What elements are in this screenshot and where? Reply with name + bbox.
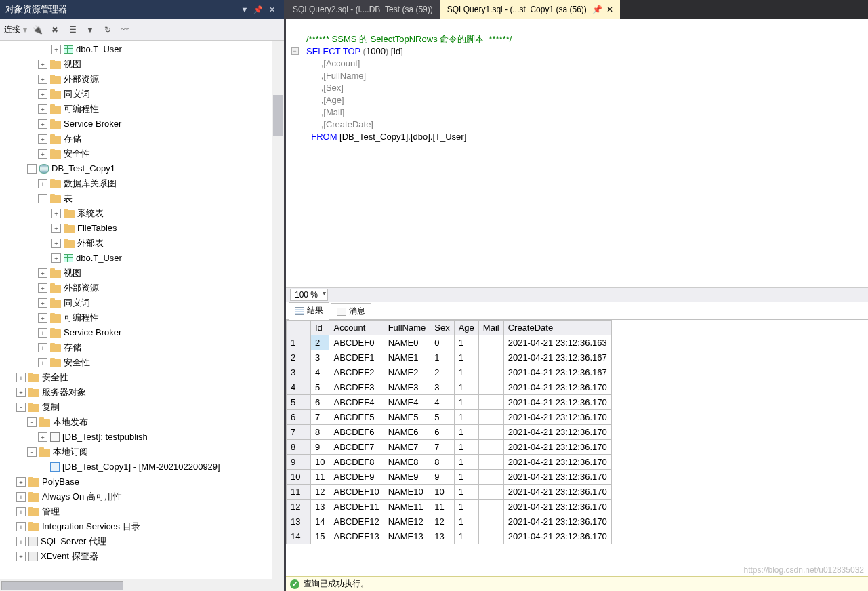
cell-id[interactable]: 5 (311, 380, 329, 395)
tree-node[interactable]: +dbo.T_User (0, 42, 284, 57)
cell-id[interactable]: 10 (311, 455, 329, 470)
cell-createdate[interactable]: 2021-04-21 23:12:36.170 (503, 410, 611, 425)
cell-sex[interactable]: 1 (430, 350, 454, 365)
expand-icon[interactable]: + (38, 149, 47, 159)
expand-icon[interactable]: + (38, 432, 47, 442)
cell-fullname[interactable]: NAME9 (384, 470, 430, 485)
cell-sex[interactable]: 7 (430, 440, 454, 455)
cell-account[interactable]: ABCDEF8 (329, 455, 384, 470)
cell-createdate[interactable]: 2021-04-21 23:12:36.170 (503, 440, 611, 455)
cell-account[interactable]: ABCDEF10 (329, 485, 384, 500)
cell-id[interactable]: 15 (311, 529, 329, 544)
expand-icon[interactable]: + (16, 492, 26, 502)
cell-age[interactable]: 1 (454, 470, 478, 485)
tree-node[interactable]: +安全性 (0, 370, 284, 385)
expand-icon[interactable]: - (16, 403, 26, 412)
plug-x-icon[interactable]: ✖ (47, 22, 62, 37)
table-row[interactable]: 23ABCDEF1NAME1112021-04-21 23:12:36.167 (287, 350, 612, 365)
tree-node[interactable]: +外部资源 (0, 72, 284, 87)
cell-mail[interactable] (478, 350, 503, 365)
refresh-icon[interactable]: ↻ (100, 22, 115, 37)
cell-age[interactable]: 1 (454, 395, 478, 410)
tree-node[interactable]: -表 (0, 191, 284, 206)
cell-sex[interactable]: 8 (430, 455, 454, 470)
cell-fullname[interactable]: NAME10 (384, 485, 430, 500)
expand-icon[interactable]: + (51, 224, 61, 233)
tree-node[interactable]: +安全性 (0, 146, 284, 161)
cell-fullname[interactable]: NAME3 (384, 380, 430, 395)
cell-mail[interactable] (478, 365, 503, 380)
cell-sex[interactable]: 12 (430, 514, 454, 529)
table-row[interactable]: 89ABCDEF7NAME7712021-04-21 23:12:36.170 (287, 440, 612, 455)
cell-account[interactable]: ABCDEF4 (329, 395, 384, 410)
expand-icon[interactable]: + (51, 209, 61, 218)
cell-mail[interactable] (478, 395, 503, 410)
column-header[interactable]: Account (329, 321, 384, 335)
cell-age[interactable]: 1 (454, 485, 478, 500)
cell-mail[interactable] (478, 335, 503, 350)
cell-n[interactable]: 3 (287, 365, 311, 380)
cell-id[interactable]: 9 (311, 440, 329, 455)
tree-node[interactable]: +外部表 (0, 236, 284, 251)
column-header[interactable]: FullName (384, 321, 430, 335)
cell-account[interactable]: ABCDEF7 (329, 440, 384, 455)
cell-account[interactable]: ABCDEF13 (329, 529, 384, 544)
cell-account[interactable]: ABCDEF12 (329, 514, 384, 529)
table-row[interactable]: 1213ABCDEF11NAME111112021-04-21 23:12:36… (287, 500, 612, 514)
tree-node[interactable]: +视图 (0, 57, 284, 72)
cell-sex[interactable]: 4 (430, 395, 454, 410)
cell-age[interactable]: 1 (454, 350, 478, 365)
cell-mail[interactable] (478, 440, 503, 455)
tab-results[interactable]: 结果 (289, 302, 329, 320)
expand-icon[interactable]: + (16, 537, 26, 546)
expand-icon[interactable]: + (51, 239, 61, 248)
cell-age[interactable]: 1 (454, 514, 478, 529)
cell-mail[interactable] (478, 500, 503, 514)
column-header[interactable]: Id (311, 321, 329, 335)
expand-icon[interactable]: + (38, 89, 47, 99)
tree-node[interactable]: +外部资源 (0, 281, 284, 296)
tree-node[interactable]: +Service Broker (0, 117, 284, 131)
cell-createdate[interactable]: 2021-04-21 23:12:36.170 (503, 425, 611, 440)
cell-fullname[interactable]: NAME11 (384, 500, 430, 514)
cell-age[interactable]: 1 (454, 425, 478, 440)
close-icon[interactable]: ✕ (265, 3, 278, 16)
cell-account[interactable]: ABCDEF6 (329, 425, 384, 440)
cell-fullname[interactable]: NAME8 (384, 455, 430, 470)
tree-node[interactable]: +存储 (0, 131, 284, 146)
expand-icon[interactable]: + (38, 119, 47, 129)
cell-mail[interactable] (478, 380, 503, 395)
expand-icon[interactable]: + (51, 45, 61, 54)
cell-sex[interactable]: 5 (430, 410, 454, 425)
cell-id[interactable]: 13 (311, 500, 329, 514)
column-header[interactable]: Mail (478, 321, 503, 335)
cell-n[interactable]: 9 (287, 455, 311, 470)
tree-node[interactable]: -复制 (0, 400, 284, 415)
table-row[interactable]: 910ABCDEF8NAME8812021-04-21 23:12:36.170 (287, 455, 612, 470)
cell-mail[interactable] (478, 410, 503, 425)
cell-fullname[interactable]: NAME1 (384, 350, 430, 365)
expand-icon[interactable]: + (51, 253, 61, 263)
tree-node[interactable]: +安全性 (0, 355, 284, 370)
cell-sex[interactable]: 9 (430, 470, 454, 485)
table-row[interactable]: 1112ABCDEF10NAME101012021-04-21 23:12:36… (287, 485, 612, 500)
expand-icon[interactable]: - (38, 194, 47, 203)
cell-account[interactable]: ABCDEF0 (329, 335, 384, 350)
cell-age[interactable]: 1 (454, 529, 478, 544)
cell-age[interactable]: 1 (454, 335, 478, 350)
expand-icon[interactable]: + (38, 343, 47, 352)
cell-account[interactable]: ABCDEF11 (329, 500, 384, 514)
tree-node[interactable]: +管理 (0, 504, 284, 519)
expand-icon[interactable]: + (38, 179, 47, 188)
cell-mail[interactable] (478, 514, 503, 529)
cell-createdate[interactable]: 2021-04-21 23:12:36.170 (503, 514, 611, 529)
fold-icon[interactable]: − (291, 47, 299, 55)
cell-n[interactable]: 4 (287, 380, 311, 395)
tree-node[interactable]: +Service Broker (0, 325, 284, 340)
table-row[interactable]: 1011ABCDEF9NAME9912021-04-21 23:12:36.17… (287, 470, 612, 485)
cell-fullname[interactable]: NAME12 (384, 514, 430, 529)
table-row[interactable]: 12ABCDEF0NAME0012021-04-21 23:12:36.163 (287, 335, 612, 350)
cell-sex[interactable]: 3 (430, 380, 454, 395)
cell-fullname[interactable]: NAME6 (384, 425, 430, 440)
expand-icon[interactable]: + (38, 60, 47, 69)
